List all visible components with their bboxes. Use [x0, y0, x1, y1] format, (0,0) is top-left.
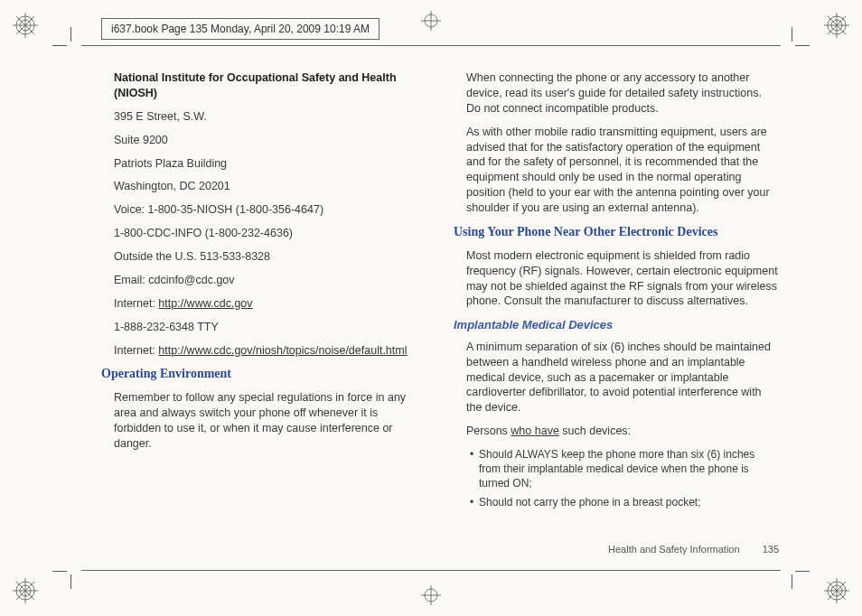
implantable-devices-heading: Implantable Medical Devices [454, 317, 779, 333]
rf-shielding-text: Most modern electronic equipment is shie… [466, 248, 779, 310]
phone-voice: Voice: 1-800-35-NIOSH (1-800-356-4647) [114, 202, 426, 218]
registration-mark-icon [13, 13, 38, 38]
address-line: Suite 9200 [114, 133, 426, 148]
radio-equipment-text: As with other mobile radio transmitting … [466, 125, 779, 216]
phone-cdcinfo: 1-800-CDC-INFO (1-800-232-4636) [114, 226, 426, 241]
address-line: 395 E Street, S.W. [114, 109, 426, 125]
crop-mark-icon [781, 560, 802, 582]
separation-text: A minimum separation of six (6) inches s… [466, 340, 779, 415]
center-mark-icon [421, 585, 441, 605]
center-mark-icon [421, 11, 441, 31]
cdc-link[interactable]: http://www.cdc.gov [158, 297, 252, 310]
operating-environment-heading: Operating Environment [101, 366, 426, 383]
column-left: National Institute for Occupational Safe… [101, 70, 426, 546]
address-line: Patriots Plaza Building [114, 156, 426, 172]
page-number: 135 [763, 544, 779, 555]
list-item: Should not carry the phone in a breast p… [470, 495, 779, 509]
page-stamp: i637.book Page 135 Monday, April 20, 200… [101, 18, 379, 40]
persons-who-have-text: Persons who have such devices: [466, 424, 779, 439]
address-line: Washington, DC 20201 [114, 179, 426, 194]
internet-line: Internet: http://www.cdc.gov [114, 296, 426, 312]
niosh-heading: National Institute for Occupational Safe… [114, 70, 426, 101]
email-line: Email: cdcinfo@cdc.gov [114, 273, 426, 288]
internet-label: Internet: [114, 344, 158, 357]
internet-line-2: Internet: http://www.cdc.gov/niosh/topic… [114, 343, 426, 359]
registration-mark-icon [13, 578, 38, 603]
column-right: When connecting the phone or any accesso… [454, 70, 779, 546]
device-guidelines-list: Should ALWAYS keep the phone more than s… [470, 447, 779, 509]
registration-mark-icon [824, 13, 849, 38]
page-footer: Health and Safety Information 135 [608, 543, 779, 556]
registration-mark-icon [824, 578, 849, 603]
phone-tty: 1-888-232-6348 TTY [114, 320, 426, 335]
phone-outside-us: Outside the U.S. 513-533-8328 [114, 249, 426, 265]
internet-label: Internet: [114, 297, 158, 310]
page-content: National Institute for Occupational Safe… [101, 70, 779, 546]
crop-mark-icon [781, 34, 802, 56]
trim-line-bottom [81, 570, 781, 571]
niosh-noise-link[interactable]: http://www.cdc.gov/niosh/topics/noise/de… [158, 344, 407, 357]
using-phone-heading: Using Your Phone Near Other Electronic D… [454, 224, 779, 241]
connecting-devices-text: When connecting the phone or any accesso… [466, 70, 779, 117]
operating-environment-text: Remember to follow any special regulatio… [114, 390, 426, 452]
list-item: Should ALWAYS keep the phone more than s… [470, 447, 779, 491]
who-have-underline: who have [511, 425, 559, 437]
trim-line-top [81, 45, 781, 46]
footer-section: Health and Safety Information [608, 544, 740, 555]
crop-mark-icon [60, 560, 81, 582]
crop-mark-icon [60, 34, 81, 56]
